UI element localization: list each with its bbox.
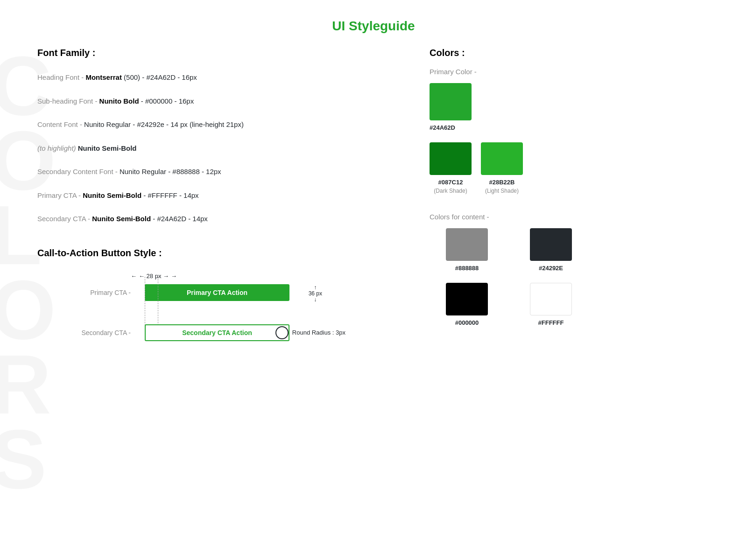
cta-section-header: Call-to-Action Button Style : [37, 248, 392, 259]
swatch-ffffff-box [530, 283, 572, 315]
right-arrow: → [171, 273, 177, 280]
primary-btn-container: Primary CTA Action ↑ 36 px ↓ [145, 284, 289, 301]
colors-header: Colors : [430, 48, 588, 58]
primary-swatch-code: #24A62D [430, 124, 455, 131]
swatch-000000-code: #000000 [455, 319, 479, 326]
heading-font-label: Heading Font - [37, 73, 85, 81]
content-swatches-grid: #888888 #24292E #000000 #FFFFFF [430, 228, 588, 328]
subheading-font-rest: - #000000 - 16px [139, 97, 194, 105]
dark-shade-name: (Dark Shade) [434, 188, 467, 194]
light-shade-item: #28B22B (Light Shade) [481, 142, 523, 194]
secondary-cta-button[interactable]: Secondary CTA Action [145, 324, 289, 341]
primary-swatch [430, 83, 472, 120]
swatch-888888-code: #888888 [455, 265, 479, 272]
swatch-000000-box [446, 283, 488, 315]
content-font-rest: Nunito Regular - #24292e - 14 px (line-h… [84, 120, 244, 128]
cta-demo-area: ← ← 28 px → → Primary CTA - Primary CTA … [37, 273, 392, 341]
primary-color-label: Primary Color - [430, 68, 588, 76]
secondary-cta-font-label: Secondary CTA - [37, 215, 92, 223]
content-colors-label: Colors for content - [430, 213, 588, 221]
swatch-24292e: #24292E [514, 228, 588, 273]
font-entry-secondary-cta: Secondary CTA - Nunito Semi-Bold - #24A6… [37, 214, 392, 224]
subheading-font-name: Nunito Bold [99, 97, 139, 105]
font-entry-heading: Heading Font - Montserrat (500) - #24A62… [37, 72, 392, 83]
swatch-ffffff-code: #FFFFFF [538, 319, 564, 326]
subheading-font-label: Sub-heading Font - [37, 97, 99, 105]
left-section: Font Family : Heading Font - Montserrat … [0, 48, 420, 369]
secondary-font-label: Secondary Content Font - [37, 168, 120, 175]
secondary-btn-container: Secondary CTA Action Round Radius : 3px [145, 324, 289, 341]
right-section: Colors : Primary Color - #24A62D #087C12… [420, 48, 616, 369]
font-family-header: Font Family : [37, 48, 392, 58]
swatch-888888: #888888 [430, 228, 504, 273]
secondary-cta-font-name: Nunito Semi-Bold [92, 215, 151, 223]
page-title: UI Styleguide [0, 0, 747, 48]
light-shade-code: #28B22B [489, 179, 515, 186]
light-shade-swatch [481, 142, 523, 175]
secondary-cta-row-label: Secondary CTA - [75, 329, 131, 336]
heading-font-rest: (500) - #24A62D - 16px [122, 73, 197, 81]
dim-label: ← 28 px → [137, 273, 171, 280]
font-entry-highlight: (to highlight) Nunito Semi-Bold [37, 143, 392, 154]
heading-font-name: Montserrat [85, 73, 122, 81]
secondary-cta-font-rest: - #24A62D - 14px [151, 215, 208, 223]
primary-cta-font-label: Primary CTA - [37, 191, 83, 199]
primary-cta-font-name: Nunito Semi-Bold [83, 191, 141, 199]
light-shade-name: (Light Shade) [485, 188, 519, 194]
highlight-italic: (to highlight) [37, 144, 76, 152]
content-font-label: Content Font - [37, 120, 84, 128]
secondary-cta-row: Secondary CTA - Secondary CTA Action Rou… [75, 324, 392, 341]
cta-section: Call-to-Action Button Style : ← ← 28 px … [37, 248, 392, 341]
primary-cta-font-rest: - #FFFFFF - 14px [141, 191, 199, 199]
highlight-font-name: Nunito Semi-Bold [76, 144, 137, 152]
font-entry-content: Content Font - Nunito Regular - #24292e … [37, 119, 392, 130]
font-entries: Heading Font - Montserrat (500) - #24A62… [37, 72, 392, 224]
main-layout: Font Family : Heading Font - Montserrat … [0, 48, 747, 369]
swatch-000000: #000000 [430, 283, 504, 328]
primary-swatch-item: #24A62D [430, 83, 588, 133]
content-colors-section: Colors for content - #888888 #24292E #00… [430, 213, 588, 328]
font-entry-subheading: Sub-heading Font - Nunito Bold - #000000… [37, 96, 392, 107]
dimension-row: ← ← 28 px → → [131, 273, 392, 280]
primary-cta-button[interactable]: Primary CTA Action [145, 284, 289, 301]
swatch-24292e-code: #24292E [539, 265, 563, 272]
height-label: 36 px [309, 291, 322, 296]
watermark-s: S [0, 411, 47, 507]
swatch-24292e-box [530, 228, 572, 261]
primary-cta-row-label: Primary CTA - [75, 289, 131, 296]
height-annotation: ↑ 36 px ↓ [309, 284, 322, 301]
dark-shade-swatch [430, 142, 472, 175]
radius-indicator: Round Radius : 3px [275, 326, 345, 339]
font-entry-primary-cta: Primary CTA - Nunito Semi-Bold - #FFFFFF… [37, 190, 392, 201]
swatch-888888-box [446, 228, 488, 261]
swatch-ffffff: #FFFFFF [514, 283, 588, 328]
left-arrow: ← [131, 273, 137, 280]
primary-color-section: Primary Color - #24A62D #087C12 (Dark Sh… [430, 68, 588, 194]
dark-shade-code: #087C12 [438, 179, 463, 186]
radius-circle [275, 326, 289, 339]
dark-shade-item: #087C12 (Dark Shade) [430, 142, 472, 194]
radius-label: Round Radius : 3px [292, 329, 345, 336]
secondary-font-rest: Nunito Regular - #888888 - 12px [120, 168, 221, 175]
primary-cta-row: Primary CTA - Primary CTA Action ↑ 36 px… [75, 284, 392, 301]
font-entry-secondary: Secondary Content Font - Nunito Regular … [37, 167, 392, 177]
shade-swatches-row: #087C12 (Dark Shade) #28B22B (Light Shad… [430, 142, 588, 194]
